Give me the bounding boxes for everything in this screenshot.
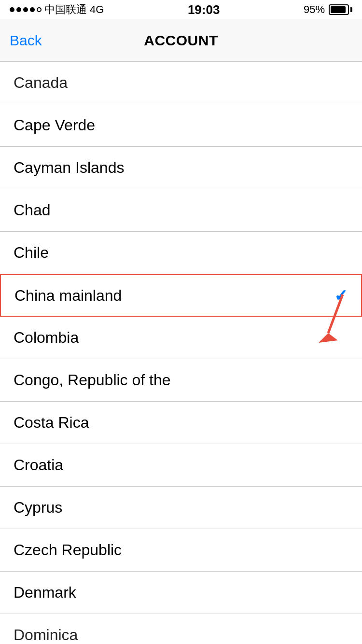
battery-tip — [350, 7, 352, 12]
country-item-congo[interactable]: Congo, Republic of the — [0, 359, 362, 402]
country-name-colombia: Colombia — [14, 329, 79, 347]
dot-2 — [16, 7, 21, 12]
country-item-cayman-islands[interactable]: Cayman Islands — [0, 147, 362, 189]
dot-3 — [23, 7, 28, 12]
battery-body — [329, 4, 349, 15]
status-bar: 中国联通 4G 19:03 95% — [0, 0, 362, 19]
country-name-china-mainland: China mainland — [14, 287, 122, 305]
carrier-label: 中国联通 — [44, 2, 87, 17]
country-name-cape-verde: Cape Verde — [14, 116, 95, 134]
battery-fill — [331, 6, 346, 13]
battery-icon — [329, 4, 352, 15]
country-name-canada: Canada — [14, 74, 68, 92]
country-item-chad[interactable]: Chad — [0, 189, 362, 232]
country-item-chile[interactable]: Chile — [0, 232, 362, 274]
country-name-congo: Congo, Republic of the — [14, 371, 171, 389]
country-item-canada[interactable]: Canada — [0, 62, 362, 104]
dot-5 — [37, 7, 42, 12]
dot-1 — [10, 7, 14, 12]
country-item-cyprus[interactable]: Cyprus — [0, 487, 362, 529]
status-right: 95% — [304, 3, 352, 16]
country-item-china-mainland[interactable]: China mainland✓ — [0, 274, 362, 317]
country-item-cape-verde[interactable]: Cape Verde — [0, 104, 362, 147]
country-name-costa-rica: Costa Rica — [14, 414, 89, 432]
country-name-cayman-islands: Cayman Islands — [14, 159, 124, 177]
country-name-denmark: Denmark — [14, 584, 76, 602]
signal-dots — [10, 7, 42, 12]
country-item-costa-rica[interactable]: Costa Rica — [0, 402, 362, 444]
dot-4 — [30, 7, 35, 12]
page-title: ACCOUNT — [144, 32, 218, 49]
country-name-chad: Chad — [14, 201, 51, 219]
country-name-dominica: Dominica — [14, 626, 78, 644]
battery-percent: 95% — [304, 3, 325, 16]
time-label: 19:03 — [188, 2, 220, 17]
back-button[interactable]: Back — [10, 32, 42, 49]
nav-bar: Back ACCOUNT — [0, 19, 362, 62]
checkmark-icon: ✓ — [334, 286, 348, 305]
country-name-czech-republic: Czech Republic — [14, 541, 122, 559]
status-left: 中国联通 4G — [10, 2, 104, 17]
country-item-colombia[interactable]: Colombia — [0, 317, 362, 359]
country-name-croatia: Croatia — [14, 456, 63, 474]
country-item-dominica[interactable]: Dominica — [0, 614, 362, 644]
country-item-croatia[interactable]: Croatia — [0, 444, 362, 487]
country-item-czech-republic[interactable]: Czech Republic — [0, 529, 362, 572]
country-item-denmark[interactable]: Denmark — [0, 572, 362, 614]
country-list: CanadaCape VerdeCayman IslandsChadChileC… — [0, 62, 362, 644]
country-name-cyprus: Cyprus — [14, 499, 62, 517]
network-label: 4G — [90, 3, 104, 16]
country-name-chile: Chile — [14, 244, 49, 262]
